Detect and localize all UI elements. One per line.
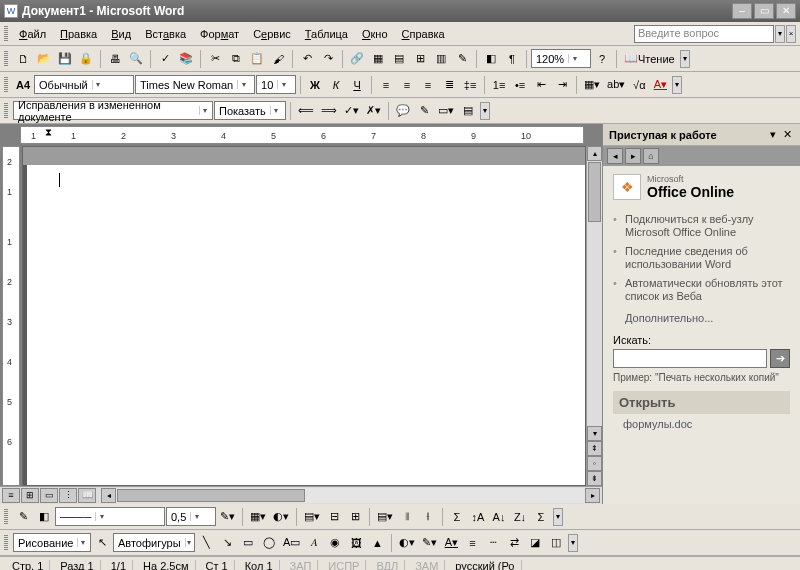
menu-help[interactable]: Справка — [395, 26, 452, 42]
toolbar-overflow[interactable]: ▾ — [672, 76, 682, 94]
dash-style-button[interactable]: ┄ — [483, 533, 503, 553]
insert-table-button[interactable]: ▤ — [389, 49, 409, 69]
reading-view-button[interactable]: 📖 — [78, 488, 96, 503]
permissions-button[interactable]: 🔒 — [76, 49, 96, 69]
line-color-button[interactable]: ✎▾ — [419, 533, 440, 553]
scroll-down-button[interactable]: ▾ — [587, 426, 602, 441]
arrow-tool-button[interactable]: ↘ — [217, 533, 237, 553]
copy-button[interactable]: ⧉ — [226, 49, 246, 69]
grip-icon[interactable] — [4, 51, 8, 67]
font-color-button[interactable]: A▾ — [650, 75, 670, 95]
sort-asc-button[interactable]: A↓ — [489, 507, 509, 527]
draw-table-button[interactable]: ✎ — [13, 507, 33, 527]
sqrt-button[interactable]: √α — [629, 75, 649, 95]
open-button[interactable]: 📂 — [34, 49, 54, 69]
select-browse-button[interactable]: ◦ — [587, 456, 602, 471]
tp-link-news[interactable]: Последние сведения об использовании Word — [613, 242, 790, 274]
menu-close-doc[interactable]: × — [786, 25, 796, 43]
eraser-button[interactable]: ◧ — [34, 507, 54, 527]
border-color-button[interactable]: ✎▾ — [217, 507, 238, 527]
rectangle-tool-button[interactable]: ▭ — [238, 533, 258, 553]
text-direction-button[interactable]: ↕A — [468, 507, 488, 527]
save-button[interactable]: 💾 — [55, 49, 75, 69]
print-layout-button[interactable]: ▭ — [40, 488, 58, 503]
tp-link-autoupdate[interactable]: Автоматически обновлять этот список из В… — [613, 274, 790, 306]
toolbar-overflow[interactable]: ▾ — [680, 50, 690, 68]
zoom-select[interactable]: 120%▾ — [531, 49, 591, 68]
underline-button[interactable]: Ч — [347, 75, 367, 95]
show-marks-button[interactable]: ¶ — [502, 49, 522, 69]
grip-icon[interactable] — [4, 77, 8, 93]
arrow-style-button[interactable]: ⇄ — [504, 533, 524, 553]
clipart-button[interactable]: 🖼 — [346, 533, 366, 553]
nav-back-button[interactable]: ◂ — [607, 148, 623, 164]
cut-button[interactable]: ✂ — [205, 49, 225, 69]
autosum-button[interactable]: Σ — [531, 507, 551, 527]
nav-home-button[interactable]: ⌂ — [643, 148, 659, 164]
style-marker[interactable]: A4 — [13, 75, 33, 95]
autoformat-button[interactable]: Σ — [447, 507, 467, 527]
line-style-button[interactable]: ≡ — [462, 533, 482, 553]
ask-question-input[interactable]: Введите вопрос — [634, 25, 774, 43]
print-button[interactable]: 🖶 — [105, 49, 125, 69]
textbox-button[interactable]: A▭ — [280, 533, 303, 553]
shading-color-button[interactable]: ◐▾ — [270, 507, 292, 527]
next-page-button[interactable]: ⇟ — [587, 471, 602, 486]
horizontal-ruler[interactable]: ⧗ 1 1 2 3 4 5 6 7 8 9 10 — [20, 126, 584, 144]
line-weight-select[interactable]: 0,5▾ — [166, 507, 216, 526]
autoshapes-menu[interactable]: Автофигуры▾ — [113, 533, 195, 552]
horizontal-scrollbar[interactable]: ◂ ▸ — [101, 488, 600, 503]
toolbar-overflow[interactable]: ▾ — [553, 508, 563, 526]
select-objects-button[interactable]: ↖ — [92, 533, 112, 553]
scroll-left-button[interactable]: ◂ — [101, 488, 116, 503]
nav-forward-button[interactable]: ▸ — [625, 148, 641, 164]
tp-link-more[interactable]: Дополнительно... — [613, 312, 790, 324]
vertical-scrollbar[interactable]: ▴ ▾ ⇞ ◦ ⇟ — [586, 146, 602, 486]
drawing-menu[interactable]: Рисование▾ — [13, 533, 91, 552]
toolbar-overflow[interactable]: ▾ — [568, 534, 578, 552]
redo-button[interactable]: ↷ — [318, 49, 338, 69]
split-cells-button[interactable]: ⊞ — [345, 507, 365, 527]
reject-change-button[interactable]: ✗▾ — [363, 101, 384, 121]
hyperlink-button[interactable]: 🔗 — [347, 49, 367, 69]
vertical-ruler[interactable]: 2 1 1 2 3 4 5 6 — [2, 146, 20, 486]
insert-table-button2[interactable]: ▤▾ — [301, 507, 323, 527]
normal-view-button[interactable]: ≡ — [2, 488, 20, 503]
merge-cells-button[interactable]: ⊟ — [324, 507, 344, 527]
taskpane-dropdown[interactable]: ▾ — [766, 128, 780, 141]
sort-desc-button[interactable]: Z↓ — [510, 507, 530, 527]
line-spacing-button[interactable]: ‡≡ — [460, 75, 480, 95]
line-tool-button[interactable]: ╲ — [196, 533, 216, 553]
indent-marker-icon[interactable]: ⧗ — [45, 127, 52, 139]
status-trk[interactable]: ИСПР — [322, 560, 366, 570]
align-right-button[interactable]: ≡ — [418, 75, 438, 95]
fill-color-button[interactable]: ◐▾ — [396, 533, 418, 553]
align-cells-button[interactable]: ▤▾ — [374, 507, 396, 527]
reviewing-pane-button[interactable]: ▤ — [458, 101, 478, 121]
taskpane-search-input[interactable] — [613, 349, 767, 368]
read-mode-button[interactable]: 📖 Чтение — [621, 49, 678, 69]
borders-button[interactable]: ▦▾ — [581, 75, 603, 95]
undo-button[interactable]: ↶ — [297, 49, 317, 69]
maximize-button[interactable]: ▭ — [754, 3, 774, 19]
status-ovr[interactable]: ЗАМ — [409, 560, 445, 570]
hscroll-thumb[interactable] — [117, 489, 305, 502]
status-language[interactable]: русский (Ро — [449, 560, 521, 570]
outside-border-button[interactable]: ▦▾ — [247, 507, 269, 527]
prev-change-button[interactable]: ⟸ — [295, 101, 317, 121]
preview-button[interactable]: 🔍 — [126, 49, 146, 69]
indent-button[interactable]: ⇥ — [552, 75, 572, 95]
distribute-rows-button[interactable]: ⫴ — [397, 507, 417, 527]
review-show-select[interactable]: Показать▾ — [214, 101, 286, 120]
balloons-button[interactable]: ▭▾ — [435, 101, 457, 121]
oval-tool-button[interactable]: ◯ — [259, 533, 279, 553]
menu-insert[interactable]: Вставка — [138, 26, 193, 42]
bulleted-list-button[interactable]: •≡ — [510, 75, 530, 95]
menu-tools[interactable]: Сервис — [246, 26, 298, 42]
menu-file[interactable]: Файл — [12, 26, 53, 42]
bold-button[interactable]: Ж — [305, 75, 325, 95]
italic-button[interactable]: К — [326, 75, 346, 95]
format-painter-button[interactable]: 🖌 — [268, 49, 288, 69]
grip-icon[interactable] — [4, 103, 8, 119]
review-display-select[interactable]: Исправления в измененном документе▾ — [13, 101, 213, 120]
